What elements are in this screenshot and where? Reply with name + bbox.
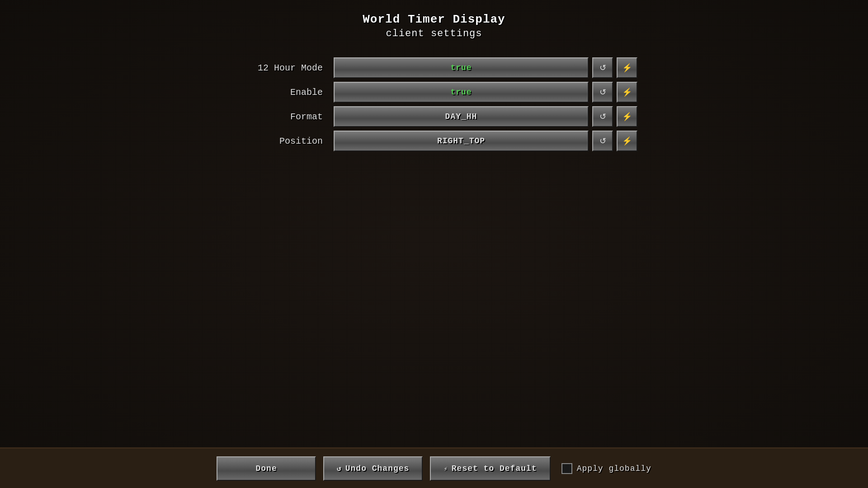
undo-changes-icon: [337, 464, 342, 473]
undo-btn-position[interactable]: [592, 131, 613, 151]
setting-row-position: Position RIGHT_TOP: [231, 131, 637, 151]
undo-icon: [599, 136, 606, 146]
setting-row-twelve-hour-mode: 12 Hour Mode true: [231, 57, 637, 78]
apply-globally-area: Apply globally: [561, 463, 651, 474]
page: World Timer Display client settings 12 H…: [0, 0, 868, 488]
undo-btn-format[interactable]: [592, 106, 613, 127]
label-enable: Enable: [231, 87, 330, 98]
value-btn-format[interactable]: DAY_HH: [334, 106, 589, 127]
reset-icon: [622, 136, 632, 146]
apply-globally-label: Apply globally: [577, 464, 651, 473]
apply-globally-checkbox[interactable]: [561, 463, 572, 474]
header: World Timer Display client settings: [363, 13, 505, 39]
page-subtitle: client settings: [363, 28, 505, 39]
reset-btn-position[interactable]: [617, 131, 637, 151]
bottom-bar: Done Undo Changes Reset to Default Apply…: [0, 447, 868, 488]
reset-btn-enable[interactable]: [617, 82, 637, 103]
reset-btn-format[interactable]: [617, 106, 637, 127]
value-btn-twelve-hour-mode[interactable]: true: [334, 57, 589, 78]
reset-to-default-label: Reset to Default: [452, 464, 537, 473]
settings-area: 12 Hour Mode true Enable true Format DAY…: [231, 57, 637, 151]
reset-icon: [622, 63, 632, 73]
undo-icon: [599, 87, 606, 97]
label-format: Format: [231, 112, 330, 122]
reset-btn-twelve-hour-mode[interactable]: [617, 57, 637, 78]
label-twelve-hour-mode: 12 Hour Mode: [231, 63, 330, 73]
page-title: World Timer Display: [363, 13, 505, 26]
done-button[interactable]: Done: [217, 456, 316, 481]
setting-row-enable: Enable true: [231, 82, 637, 103]
undo-icon: [599, 112, 606, 122]
value-btn-position[interactable]: RIGHT_TOP: [334, 131, 589, 151]
undo-btn-enable[interactable]: [592, 82, 613, 103]
value-btn-enable[interactable]: true: [334, 82, 589, 103]
reset-to-default-button[interactable]: Reset to Default: [430, 456, 550, 481]
reset-to-default-icon: [443, 464, 448, 473]
undo-changes-label: Undo Changes: [345, 464, 410, 473]
setting-row-format: Format DAY_HH: [231, 106, 637, 127]
undo-btn-twelve-hour-mode[interactable]: [592, 57, 613, 78]
reset-icon: [622, 87, 632, 97]
undo-changes-button[interactable]: Undo Changes: [323, 456, 423, 481]
reset-icon: [622, 112, 632, 122]
done-label: Done: [256, 464, 277, 473]
label-position: Position: [231, 136, 330, 146]
undo-icon: [599, 63, 606, 73]
